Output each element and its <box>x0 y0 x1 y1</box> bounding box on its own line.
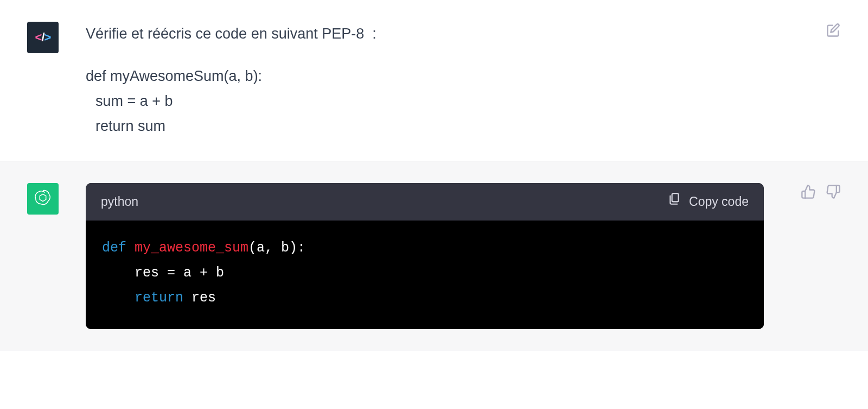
assistant-message-actions <box>792 183 841 330</box>
code-block: python Copy code def my_awesome_sum(a, b… <box>86 183 764 330</box>
edit-icon[interactable] <box>826 23 841 38</box>
openai-logo-icon <box>33 187 53 210</box>
code-block-body: def my_awesome_sum(a, b): res = a + b re… <box>86 221 764 330</box>
user-code-line-1: def myAwesomeSum(a, b): <box>86 64 765 89</box>
user-code-line-2: sum = a + b <box>86 89 765 114</box>
assistant-message-content: python Copy code def my_awesome_sum(a, b… <box>86 183 765 330</box>
code-language-label: python <box>101 191 138 212</box>
thumbs-down-icon[interactable] <box>826 184 841 199</box>
code-line-3: return res <box>102 286 748 311</box>
code-block-header: python Copy code <box>86 183 764 221</box>
assistant-avatar <box>27 183 59 215</box>
svg-marker-0 <box>40 194 46 201</box>
thumbs-up-icon[interactable] <box>801 184 816 199</box>
user-prompt-heading: Vérifie et réécris ce code en suivant PE… <box>86 22 765 47</box>
user-avatar: </> <box>27 22 59 53</box>
assistant-message-row: python Copy code def my_awesome_sum(a, b… <box>0 161 868 351</box>
user-message-row: </> Vérifie et réécris ce code en suivan… <box>0 0 868 161</box>
user-code-line-3: return sum <box>86 114 765 139</box>
code-line-1: def my_awesome_sum(a, b): <box>102 236 748 261</box>
clipboard-icon <box>667 191 681 212</box>
svg-rect-1 <box>672 193 679 202</box>
copy-code-label: Copy code <box>689 191 749 212</box>
user-message-content: Vérifie et réécris ce code en suivant PE… <box>86 22 765 139</box>
code-line-2: res = a + b <box>102 261 748 286</box>
user-message-actions <box>792 22 841 139</box>
code-brackets-icon: </> <box>35 30 51 45</box>
copy-code-button[interactable]: Copy code <box>667 191 749 212</box>
